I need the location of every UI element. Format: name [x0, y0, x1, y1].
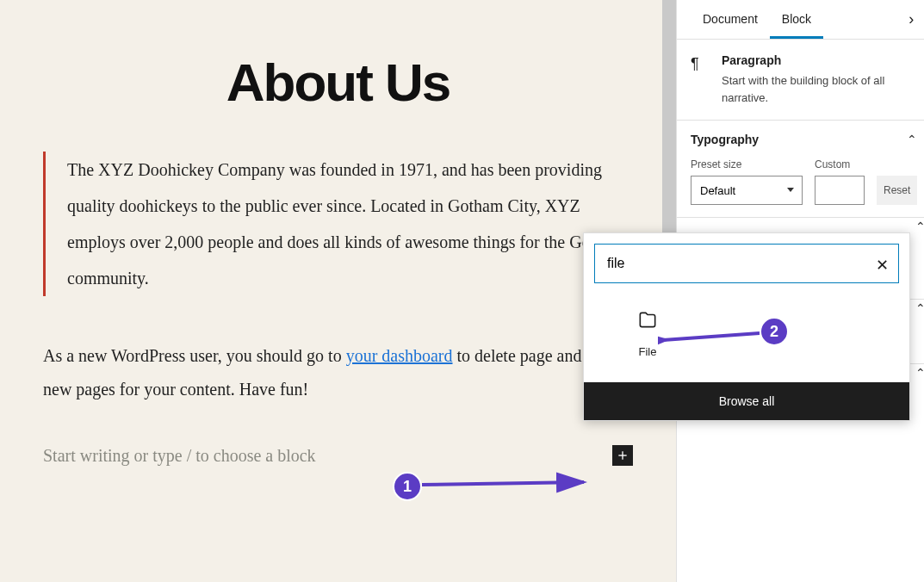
reset-button[interactable]: Reset — [877, 176, 917, 205]
paragraph-icon: ¶ — [691, 55, 710, 106]
custom-size-input[interactable] — [815, 176, 865, 205]
browse-all-button[interactable]: Browse all — [584, 382, 909, 420]
chevron-icon: ⌃ — [915, 366, 924, 380]
tab-document[interactable]: Document — [691, 0, 770, 39]
chevron-icon: ⌃ — [915, 220, 924, 233]
annotation-arrow-1 — [422, 472, 594, 498]
block-type-title: Paragraph — [722, 53, 917, 67]
clear-search-icon[interactable]: ✕ — [876, 256, 889, 275]
svg-line-3 — [663, 333, 760, 340]
body-paragraph[interactable]: As a new WordPress user, you should go t… — [43, 339, 633, 406]
annotation-arrow-2 — [658, 323, 770, 349]
chevron-up-icon[interactable]: ⌃ — [907, 133, 917, 146]
body-text-before: As a new WordPress user, you should go t… — [43, 346, 346, 365]
plus-icon — [616, 449, 629, 462]
collapsed-panel-1[interactable]: ⌃ — [677, 217, 924, 234]
chevron-right-icon[interactable]: › — [908, 10, 917, 28]
dashboard-link[interactable]: your dashboard — [346, 346, 453, 365]
block-placeholder[interactable]: Start writing or type / to choose a bloc… — [43, 446, 316, 466]
preset-size-label: Preset size — [691, 158, 803, 170]
typography-panel: Typography ⌃ Preset size Default Custom … — [677, 120, 924, 217]
chevron-icon: ⌃ — [915, 301, 924, 315]
custom-size-label: Custom — [815, 158, 865, 170]
file-icon — [636, 309, 659, 331]
sidebar-tabs: Document Block › — [677, 0, 924, 40]
add-block-button[interactable] — [612, 445, 633, 466]
preset-size-select[interactable]: Default — [691, 176, 803, 205]
block-description: ¶ Paragraph Start with the building bloc… — [677, 40, 924, 120]
block-type-desc: Start with the building block of all nar… — [722, 72, 917, 106]
page-title[interactable]: About Us — [43, 52, 633, 113]
annotation-badge-2: 2 — [760, 317, 789, 346]
annotation-badge-1: 1 — [393, 472, 422, 501]
tab-block[interactable]: Block — [770, 0, 823, 39]
block-search-input[interactable] — [594, 244, 899, 283]
typography-title: Typography — [691, 133, 759, 146]
svg-line-2 — [422, 482, 584, 485]
quote-block[interactable]: The XYZ Doohickey Company was founded in… — [43, 152, 633, 296]
